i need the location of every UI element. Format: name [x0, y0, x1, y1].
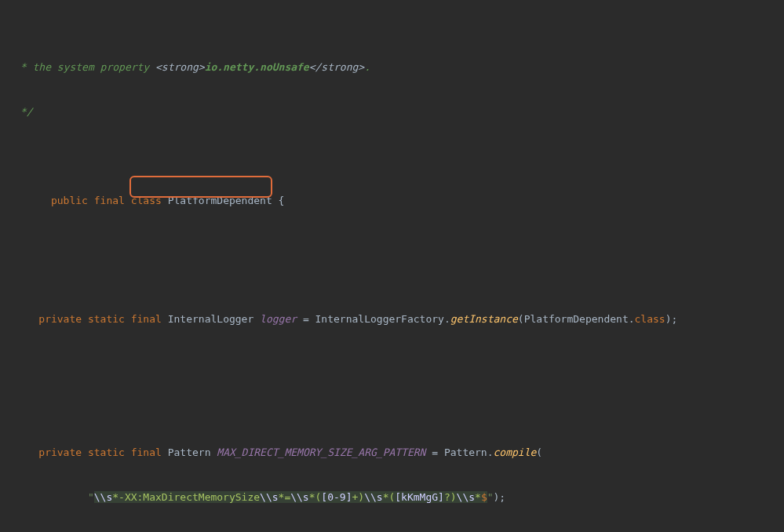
doc-comment-end: */ [14, 105, 784, 120]
code-editor[interactable]: * the system property <strong>io.netty.n… [0, 0, 784, 532]
field-pattern-regex: "\\s*-XX:MaxDirectMemorySize\\s*=\\s*([0… [14, 490, 784, 505]
field-logger: private static final InternalLogger logg… [14, 312, 784, 327]
class-declaration: public final class PlatformDependent { [14, 179, 784, 194]
field-pattern: private static final Pattern MAX_DIRECT_… [14, 446, 784, 461]
gutter [0, 0, 11, 532]
blank-line [14, 372, 784, 387]
doc-comment-line: * the system property <strong>io.netty.n… [14, 60, 784, 75]
blank-line [14, 239, 784, 253]
code-area[interactable]: * the system property <strong>io.netty.n… [14, 2, 784, 532]
